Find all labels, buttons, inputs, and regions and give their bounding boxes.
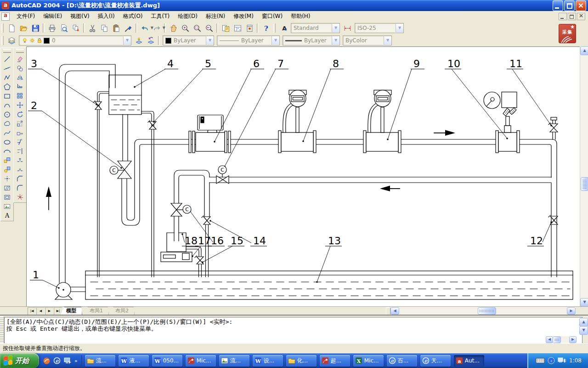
layer-previous-button[interactable]	[145, 34, 157, 46]
start-button[interactable]: 开始	[0, 353, 39, 368]
taskbar-button-流...[interactable]: 流...	[219, 355, 249, 367]
command-scroll-left-icon[interactable]: ◀	[546, 336, 553, 343]
restore-button[interactable]	[564, 0, 575, 11]
publish-button[interactable]	[70, 22, 82, 34]
layer-combo[interactable]: 0 ▼	[19, 35, 131, 46]
taskbar-button-Mic...[interactable]: Mic...	[186, 355, 216, 367]
chevron-down-icon[interactable]: ▼	[163, 26, 165, 30]
taskbar-button-Aut...[interactable]: aAut...	[454, 355, 484, 367]
command-window[interactable]: [全部(A)/中心点(C)/动态(D)/范围(E)/上一个(P)/比例(S)/窗…	[0, 315, 588, 344]
canvas-horizontal-scrollbar[interactable]: ◀ ▶	[386, 307, 576, 315]
menu-item-帮助(H)[interactable]: 帮助(H)	[287, 11, 314, 22]
pan-button[interactable]	[167, 22, 179, 34]
zoom-window-button[interactable]	[191, 22, 203, 34]
redo-button[interactable]: ▼	[151, 22, 163, 34]
spline-button[interactable]	[2, 128, 12, 137]
command-horizontal-scrollbar[interactable]: ◀ ▶	[546, 336, 576, 343]
taskbar-button-050...[interactable]: W050...	[152, 355, 182, 367]
chamfer-button[interactable]	[15, 174, 25, 183]
polygon-button[interactable]	[2, 82, 12, 91]
command-scroll-up-icon[interactable]: ▲	[579, 318, 588, 327]
internet-explorer-icon[interactable]: e	[53, 357, 61, 365]
open-file-button[interactable]	[17, 22, 29, 34]
menu-item-插入(I)[interactable]: 插入(I)	[94, 11, 119, 22]
erase-button[interactable]	[15, 54, 25, 63]
close-button[interactable]	[576, 0, 586, 11]
chevron-down-icon[interactable]: ▼	[206, 36, 214, 45]
rectangle-button[interactable]	[2, 91, 12, 100]
taskbar-button-百...[interactable]: e百...	[387, 355, 417, 367]
chevron-down-icon[interactable]: ▼	[396, 24, 403, 32]
model-space-canvas[interactable]: 123456789101112131415161718CCC	[26, 46, 580, 307]
layer-manager-button[interactable]	[6, 34, 17, 46]
menu-item-视图(V)[interactable]: 视图(V)	[67, 11, 93, 22]
copy-obj-button[interactable]	[15, 63, 25, 73]
command-text-area[interactable]: [全部(A)/中心点(C)/动态(D)/范围(E)/上一个(P)/比例(S)/窗…	[4, 317, 582, 345]
menu-item-格式(O)[interactable]: 格式(O)	[119, 11, 147, 22]
scale-button[interactable]	[15, 119, 25, 128]
taskbar-button-超...[interactable]: 超...	[320, 355, 350, 367]
layers-toolbar-grip[interactable]	[1, 36, 4, 45]
modify-toolbar-grip[interactable]	[16, 49, 24, 53]
region-button[interactable]	[2, 192, 12, 201]
color-combo[interactable]: ByLayer ▼	[163, 35, 214, 46]
construction-line-button[interactable]	[2, 63, 12, 73]
taskbar-button-设...[interactable]: W设...	[253, 355, 283, 367]
chevron-down-icon[interactable]: ▼	[123, 36, 131, 45]
scrollbar-splitter[interactable]	[386, 307, 390, 315]
new-file-button[interactable]	[6, 22, 17, 34]
design-center-button[interactable]	[232, 22, 243, 34]
horizontal-scroll-thumb[interactable]	[478, 307, 496, 315]
title-bar[interactable]: a AutoCAD 2004 - [D:\流量校准\流量校准装置.dwg]	[0, 0, 588, 11]
drawing-file-icon[interactable]	[1, 12, 10, 21]
prev-tab-icon[interactable]: ◀	[36, 307, 45, 315]
taskbar-button-Mic...[interactable]: XMic...	[353, 355, 384, 367]
command-scroll-thumb[interactable]	[553, 336, 561, 343]
dim-style-combo[interactable]: ISO-25 ▼	[355, 23, 404, 33]
toolbar-grip[interactable]	[1, 23, 4, 33]
fillet-button[interactable]	[15, 183, 25, 192]
chevron-down-icon[interactable]: ▼	[332, 36, 339, 45]
chevron-down-icon[interactable]: ▼	[384, 36, 391, 45]
stretch-button[interactable]	[15, 128, 25, 137]
break-button[interactable]	[15, 165, 25, 174]
hatch-button[interactable]	[2, 183, 12, 192]
match-properties-button[interactable]	[122, 22, 134, 34]
taskbar-button-液...[interactable]: W液...	[119, 355, 149, 367]
extend-button[interactable]	[15, 146, 25, 155]
layer-lock-icon[interactable]	[36, 37, 43, 44]
ellipse-arc-button[interactable]	[2, 146, 12, 155]
first-tab-icon[interactable]: |◀	[28, 307, 36, 315]
taskbar-button-化...[interactable]: 化...	[286, 355, 317, 367]
trim-button[interactable]	[15, 137, 25, 146]
save-button[interactable]	[29, 22, 41, 34]
styles-toolbar-grip[interactable]	[273, 23, 276, 33]
mirror-button[interactable]	[15, 73, 25, 82]
line-button[interactable]	[2, 54, 12, 63]
menu-item-工具(T)[interactable]: 工具(T)	[147, 11, 174, 22]
draw-toolbar-grip[interactable]	[3, 49, 11, 53]
scroll-right-icon[interactable]: ▶	[567, 307, 576, 315]
chevron-down-icon[interactable]: ▼	[271, 36, 279, 45]
tool-palettes-button[interactable]	[243, 22, 255, 34]
taskbar-button-流...[interactable]: 流...	[85, 355, 115, 367]
desktop-icon[interactable]	[64, 357, 72, 365]
scroll-left-icon[interactable]: ◀	[390, 307, 399, 315]
zoom-previous-button[interactable]	[203, 22, 215, 34]
properties-button[interactable]	[220, 22, 232, 34]
make-object-layer-current-button[interactable]	[133, 34, 145, 46]
lineweight-combo[interactable]: ByLayer ▼	[283, 35, 340, 46]
plot-button[interactable]	[46, 22, 58, 34]
explode-button[interactable]	[15, 192, 25, 201]
dim-style-manager-button[interactable]	[341, 22, 353, 34]
paste-button[interactable]	[110, 22, 122, 34]
mdi-close-button[interactable]	[577, 13, 585, 20]
text-style-combo[interactable]: Standard ▼	[291, 23, 340, 33]
keyboard-tray-icon[interactable]	[536, 357, 545, 364]
quick-launch-overflow-icon[interactable]: »	[74, 358, 78, 364]
next-tab-icon[interactable]: ▶	[45, 307, 54, 315]
polyline-button[interactable]	[2, 73, 12, 82]
offset-button[interactable]	[15, 82, 25, 91]
scroll-down-icon[interactable]: ▼	[580, 298, 588, 307]
cut-button[interactable]	[86, 22, 98, 34]
